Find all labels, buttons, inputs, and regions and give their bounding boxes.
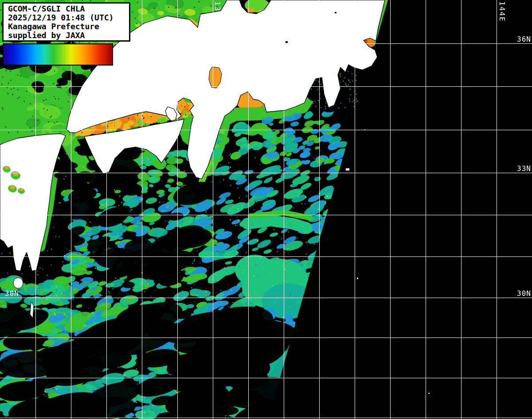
colorbar <box>3 43 113 66</box>
lat-label-36n: 36N <box>517 35 531 43</box>
lon-label-144e: 144E <box>498 1 506 22</box>
title-box: GCOM-C/SGLI CHLA 2025/12/19 01:48 (UTC) … <box>2 2 130 42</box>
timestamp: 2025/12/19 01:48 (UTC) <box>8 13 129 22</box>
lon-label-136e: 136E <box>214 1 221 22</box>
satellite-chla-image: 136E 144E 36N 33N 30N 30N GCOM-C/SGLI CH… <box>0 0 532 419</box>
lat-label-30n-left: 30N <box>5 290 19 297</box>
region-name: Kanagawa Prefecture <box>8 22 129 31</box>
lat-label-30n: 30N <box>517 290 531 297</box>
product-name: GCOM-C/SGLI CHLA <box>8 4 129 13</box>
credit: supplied by JAXA <box>8 31 129 40</box>
lat-label-33n: 33N <box>517 165 531 172</box>
